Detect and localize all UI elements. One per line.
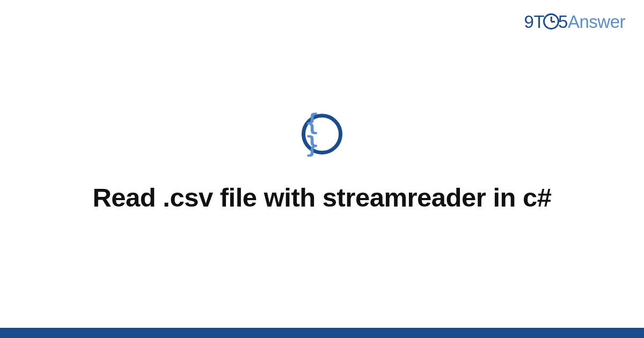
bottom-accent-bar [0, 328, 644, 338]
page-title: Read .csv file with streamreader in c# [92, 181, 551, 214]
content-area: { } Read .csv file with streamreader in … [0, 0, 644, 328]
braces-glyph: { } [305, 112, 339, 157]
code-braces-icon: { } [302, 114, 342, 155]
